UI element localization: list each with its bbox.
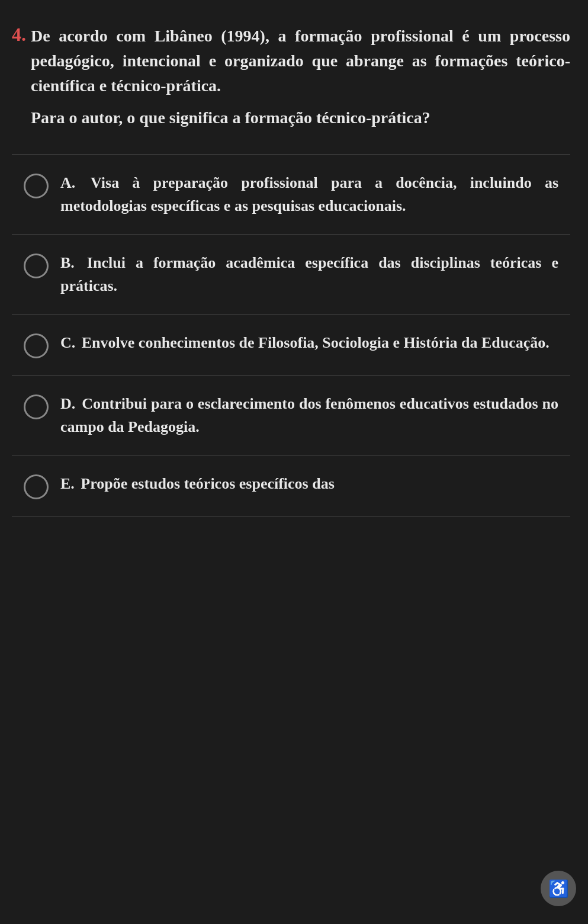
question-body-wrapper: De acordo com Libâneo (1994), a formação… (31, 24, 570, 130)
option-b-content: Inclui a formação acadêmica específica d… (60, 254, 558, 294)
option-e-content: Propõe estudos teóricos específicos das (81, 475, 334, 492)
page-container: 4. De acordo com Libâneo (1994), a forma… (0, 0, 588, 924)
accessibility-button[interactable]: ♿ (541, 871, 576, 906)
option-b-letter: B. (60, 254, 75, 271)
option-c[interactable]: C. Envolve conhecimentos de Filosofia, S… (12, 314, 570, 375)
option-e-letter: E. (60, 475, 75, 492)
question-header: 4. De acordo com Libâneo (1994), a forma… (12, 24, 570, 130)
radio-b[interactable] (24, 254, 49, 278)
radio-d[interactable] (24, 394, 49, 419)
option-a[interactable]: A. Visa à preparação profissional para a… (12, 154, 570, 234)
radio-c[interactable] (24, 333, 49, 358)
option-c-letter: C. (60, 334, 75, 351)
option-d-text: D. Contribui para o esclarecimento dos f… (60, 392, 558, 438)
option-e-text: E. Propõe estudos teóricos específicos d… (60, 472, 558, 495)
option-a-letter: A. (60, 174, 75, 191)
sub-question-text: Para o autor, o que significa a formação… (31, 105, 570, 130)
option-e[interactable]: E. Propõe estudos teóricos específicos d… (12, 455, 570, 516)
question-number: 4. (12, 24, 26, 46)
option-d[interactable]: D. Contribui para o esclarecimento dos f… (12, 375, 570, 455)
option-c-text: C. Envolve conhecimentos de Filosofia, S… (60, 331, 558, 354)
option-a-text: A. Visa à preparação profissional para a… (60, 171, 558, 217)
option-b[interactable]: B. Inclui a formação acadêmica específic… (12, 234, 570, 314)
radio-e[interactable] (24, 474, 49, 499)
option-d-content: Contribui para o esclarecimento dos fenô… (60, 395, 558, 435)
radio-a[interactable] (24, 174, 49, 198)
options-container: A. Visa à preparação profissional para a… (12, 154, 570, 516)
option-c-content: Envolve conhecimentos de Filosofia, Soci… (82, 334, 550, 351)
accessibility-symbol: ♿ (548, 879, 569, 899)
option-d-letter: D. (60, 395, 75, 412)
question-body-text: De acordo com Libâneo (1994), a formação… (31, 24, 570, 98)
option-b-text: B. Inclui a formação acadêmica específic… (60, 251, 558, 297)
option-a-content: Visa à preparação profissional para a do… (60, 174, 558, 214)
